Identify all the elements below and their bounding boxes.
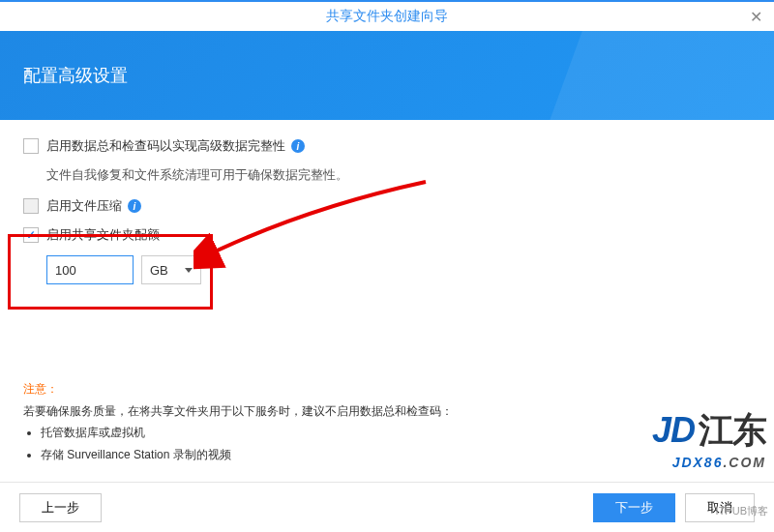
- notice-text: 若要确保服务质量，在将共享文件夹用于以下服务时，建议不启用数据总和检查码：: [23, 404, 453, 418]
- quota-label: 启用共享文件夹配额: [46, 226, 160, 244]
- next-button[interactable]: 下一步: [593, 493, 675, 522]
- info-icon[interactable]: i: [291, 139, 305, 153]
- watermark: JD江东 JDX86.COM: [652, 407, 766, 470]
- watermark-brand: JD: [652, 410, 695, 450]
- watermark-cn: 江东: [699, 410, 766, 450]
- window-title: 共享文件夹创建向导: [326, 8, 448, 25]
- page-title: 配置高级设置: [23, 64, 128, 87]
- prev-button[interactable]: 上一步: [19, 493, 102, 522]
- footer: 上一步 下一步 取消: [0, 482, 774, 532]
- close-icon[interactable]: ✕: [750, 8, 762, 26]
- cancel-button[interactable]: 取消: [685, 493, 755, 522]
- watermark-small-a: JDX86: [672, 455, 724, 470]
- header-banner: 配置高级设置: [0, 31, 774, 120]
- notice-bullet: 存储 Surveillance Station 录制的视频: [41, 444, 565, 466]
- notice-title: 注意：: [23, 382, 58, 396]
- watermark-small-b: .COM: [723, 455, 766, 470]
- content-area: 启用数据总和检查码以实现高级数据完整性 i 文件自我修复和文件系统清理可用于确保…: [0, 120, 774, 284]
- checksum-sub: 文件自我修复和文件系统清理可用于确保数据完整性。: [46, 166, 751, 184]
- notice-bullet: 托管数据库或虚拟机: [41, 422, 565, 444]
- notice-block: 注意： 若要确保服务质量，在将共享文件夹用于以下服务时，建议不启用数据总和检查码…: [23, 378, 565, 466]
- compress-checkbox: [23, 198, 39, 214]
- quota-input[interactable]: [46, 255, 134, 284]
- chevron-down-icon: [185, 268, 193, 273]
- quota-checkbox[interactable]: [23, 227, 39, 243]
- unit-select[interactable]: GB: [141, 255, 201, 284]
- checksum-label: 启用数据总和检查码以实现高级数据完整性: [46, 137, 285, 155]
- unit-value: GB: [150, 263, 168, 278]
- info-icon[interactable]: i: [128, 199, 141, 213]
- checksum-checkbox[interactable]: [23, 138, 39, 154]
- compress-label: 启用文件压缩: [46, 197, 122, 215]
